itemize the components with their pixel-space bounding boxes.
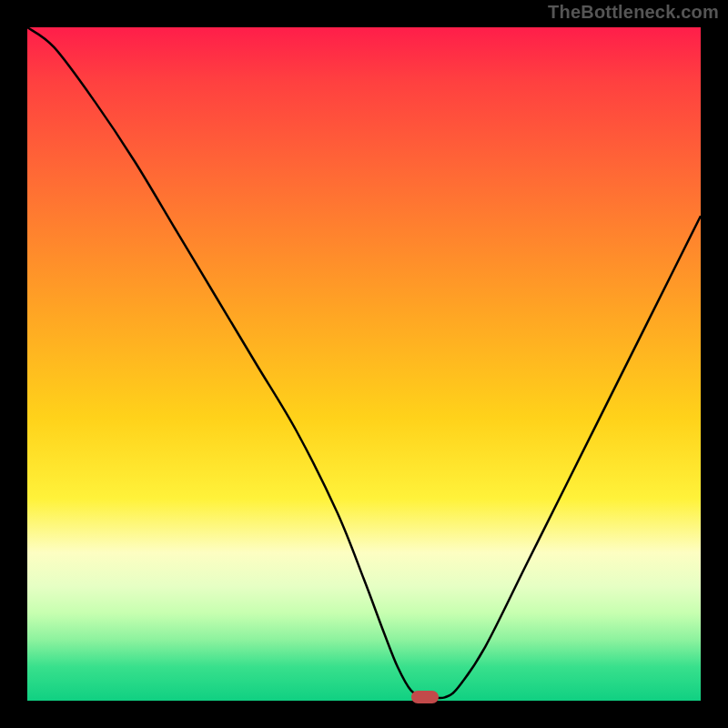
plot-area xyxy=(27,27,701,701)
curve-path xyxy=(27,27,701,698)
watermark-text: TheBottleneck.com xyxy=(548,2,719,23)
chart-frame: TheBottleneck.com xyxy=(0,0,728,728)
bottleneck-curve xyxy=(27,27,701,701)
optimum-marker xyxy=(411,691,439,703)
